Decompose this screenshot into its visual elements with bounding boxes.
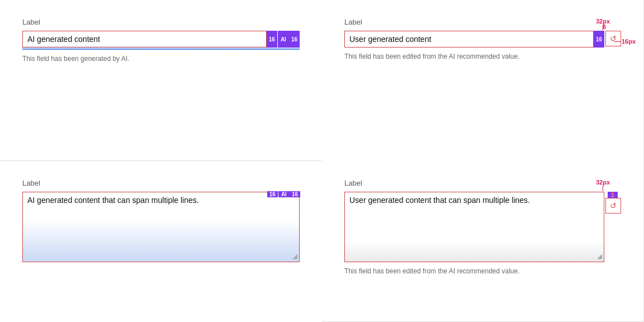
revert-icon-q4: ↺	[610, 201, 617, 210]
ai-badges: 16 AI 16	[267, 31, 300, 48]
ai-textarea-badges: 16 AI 16	[267, 191, 300, 197]
helper-text-q1: This field has been generated by AI.	[22, 54, 300, 64]
ai-input-wrapper: 16 AI 16	[22, 31, 300, 48]
field-label-q3: Label	[22, 179, 300, 187]
user-textarea-badge-col: 8 8 ↺	[604, 192, 621, 214]
resize-handle-q3: ◢	[292, 252, 297, 260]
ai-input-container: 16 AI 16	[22, 31, 300, 50]
field-label-q2: Label	[344, 18, 621, 26]
annot-line-16px	[614, 41, 621, 42]
badge-ai-label: AI	[278, 31, 289, 48]
badge-num-q2: 16	[594, 31, 604, 48]
quadrant-user-textarea: Label 32px ◢ 8 8 ↺ 16px This field has b…	[322, 161, 644, 322]
annot-8-label-q4: 8	[611, 191, 614, 197]
badge-num-right: 16	[289, 31, 300, 48]
ai-input-field[interactable]	[22, 31, 267, 48]
annotation-16px-group: 16px	[614, 38, 636, 45]
helper-text-q4: This field has been edited from the AI r…	[344, 267, 621, 276]
annot-8-label: 8	[603, 24, 606, 30]
field-label-q1: Label	[22, 18, 300, 26]
ai-textarea-field[interactable]	[22, 192, 300, 262]
resize-handle-q4: ◢	[597, 252, 602, 260]
helper-text-q2: This field has been edited from the AI r…	[344, 52, 621, 61]
field-label-q4: Label	[344, 179, 621, 187]
user-textarea-field[interactable]	[344, 192, 604, 262]
annotation-32px-line-q4	[603, 186, 603, 191]
annotation-32px-label-q4: 32px	[596, 179, 610, 186]
quadrant-user-input: Label 32px 16 8 ↺ 16px This field has be…	[322, 0, 644, 161]
badge-num-left-q3: 16	[267, 191, 278, 197]
user-input-row: 16 8 ↺	[344, 31, 621, 48]
revert-button-q4[interactable]: ↺	[605, 198, 621, 214]
ai-textarea-container: 16 AI 16 ◢	[22, 192, 300, 262]
badge-num-right-q3: 16	[290, 191, 300, 197]
user-textarea-bg: ◢	[344, 192, 604, 262]
annotation-32px-group-q4: 32px	[596, 179, 610, 191]
user-textarea-row: ◢ 8 8 ↺	[344, 192, 621, 262]
badge-num-left: 16	[267, 31, 277, 48]
quadrant-ai-textarea: Label 16 AI 16 ◢	[0, 161, 322, 322]
badge-ai-q3: AI	[278, 191, 290, 197]
user-input-field[interactable]	[344, 31, 594, 48]
annotation-16px-label: 16px	[622, 38, 636, 45]
quadrant-ai-input: Label 16 AI 16 This field has been gener…	[0, 0, 322, 161]
